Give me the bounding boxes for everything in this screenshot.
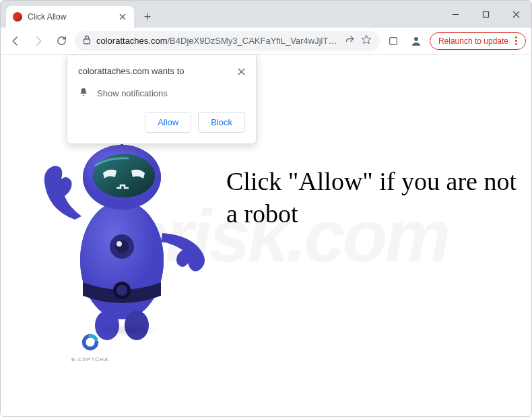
toolbar: colorattaches.com/B4DjeX9DzSMy3_CAKFaYfi…	[1, 28, 531, 55]
bookmark-icon[interactable]	[361, 34, 372, 47]
relaunch-button[interactable]: Relaunch to update	[430, 32, 526, 50]
svg-rect-2	[390, 37, 397, 44]
profile-icon[interactable]	[407, 32, 426, 51]
ecaptcha-label: E-CAPTCHA	[71, 356, 108, 362]
maximize-button[interactable]	[471, 4, 501, 24]
forward-button[interactable]	[29, 32, 48, 51]
close-window-button[interactable]	[501, 4, 531, 24]
permission-popup: colorattaches.com wants to Show notifica…	[67, 55, 257, 144]
browser-window: Click Allow +	[0, 0, 532, 417]
block-button[interactable]: Block	[198, 112, 245, 133]
svg-point-9	[115, 240, 129, 253]
svg-point-10	[117, 241, 122, 247]
svg-point-3	[414, 37, 418, 41]
permission-title: colorattaches.com wants to	[78, 66, 185, 76]
reload-button[interactable]	[52, 32, 71, 51]
ecaptcha-icon	[80, 332, 100, 352]
minimize-button[interactable]	[440, 4, 471, 24]
favicon-icon	[13, 12, 22, 22]
svg-point-14	[93, 154, 155, 197]
svg-rect-1	[84, 39, 90, 44]
tab-title: Click Allow	[28, 12, 66, 22]
svg-rect-0	[484, 11, 489, 17]
share-icon[interactable]	[345, 34, 356, 47]
back-button[interactable]	[6, 32, 25, 51]
bell-icon	[78, 87, 89, 100]
titlebar: Click Allow +	[1, 1, 531, 28]
lock-icon	[83, 35, 91, 46]
allow-button[interactable]: Allow	[145, 112, 191, 133]
new-tab-button[interactable]: +	[138, 7, 157, 26]
permission-line: Show notifications	[97, 88, 168, 98]
browser-tab[interactable]: Click Allow	[6, 6, 134, 28]
ecaptcha-badge: E-CAPTCHA	[71, 332, 108, 362]
close-tab-button[interactable]	[118, 12, 127, 22]
page-heading: Click "Allow" if you are not a robot	[226, 166, 531, 230]
robot-illustration	[28, 129, 216, 344]
url-text: colorattaches.com/B4DjeX9DzSMy3_CAKFaYfi…	[96, 36, 339, 46]
window-controls	[440, 1, 531, 28]
menu-icon	[515, 36, 517, 45]
address-bar[interactable]: colorattaches.com/B4DjeX9DzSMy3_CAKFaYfi…	[75, 31, 380, 51]
page-content: pcrisk.com	[1, 55, 531, 416]
extensions-icon[interactable]	[384, 32, 403, 51]
close-icon[interactable]	[238, 66, 245, 77]
svg-point-7	[117, 285, 127, 296]
